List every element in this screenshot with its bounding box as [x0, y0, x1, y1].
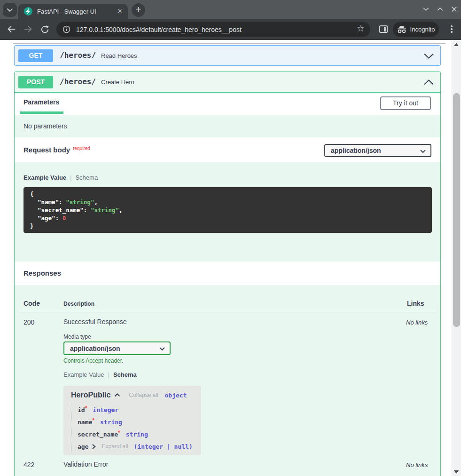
expand-chevron-down-icon[interactable]: [423, 53, 434, 59]
request-media-type-select[interactable]: application/json: [324, 144, 431, 157]
accept-media-type-select[interactable]: application/json: [63, 341, 171, 355]
required-star: *: [85, 405, 87, 412]
tab-schema[interactable]: Schema: [113, 371, 137, 378]
model-title-row: HeroPublic Collapse all object: [71, 391, 187, 399]
required-star: *: [92, 417, 94, 424]
collapse-chevron-up-icon[interactable]: [423, 79, 434, 86]
new-tab-button[interactable]: +: [132, 3, 145, 17]
select-chevron-down-icon: [420, 149, 426, 153]
response-example-schema-tabs: Example Value|Schema: [63, 371, 137, 378]
property-row-name: name* string: [78, 418, 122, 426]
post-method-badge: POST: [18, 76, 53, 88]
column-links: Links: [407, 300, 424, 307]
side-panel-fill: [384, 27, 386, 32]
property-row-id: id* integer: [78, 405, 118, 414]
tab-example-value[interactable]: Example Value: [23, 174, 66, 181]
request-body-title: Request bodyrequired: [23, 146, 90, 154]
column-code: Code: [23, 300, 40, 307]
expand-chevron-right-icon[interactable]: [92, 444, 96, 450]
example-schema-tabs: Example Value|Schema: [23, 174, 98, 181]
scroll-down-arrow-icon[interactable]: [454, 470, 459, 474]
scrollbar-thumb[interactable]: [453, 93, 460, 327]
request-body-row: Request bodyrequired application/json: [15, 137, 440, 162]
request-body-example-area: Example Value|Schema { "name": "string",…: [15, 162, 440, 262]
responses-header-row: Responses: [15, 262, 440, 285]
parameters-title: Parameters: [23, 98, 59, 106]
browser-toolbar: 127.0.0.1:5000/docs#/default/create_hero…: [0, 19, 461, 40]
bookmark-star-icon[interactable]: ☆: [357, 23, 365, 34]
swagger-page: GET /heroes/ Read Heroes POST /heroes/ C…: [0, 40, 452, 476]
tab-schema[interactable]: Schema: [75, 174, 98, 181]
tab-title: FastAPI - Swagger UI: [37, 8, 96, 15]
window-maximize-icon[interactable]: [436, 5, 444, 13]
accept-header-note: Controls Accept header.: [63, 357, 123, 364]
no-parameters-row: No parameters: [15, 115, 440, 137]
media-type-label: Media type: [63, 333, 91, 340]
expand-all-link[interactable]: Expand all: [102, 443, 128, 450]
request-media-type-value: application/json: [331, 147, 381, 154]
response-422-links: No links: [406, 461, 428, 468]
accept-media-type-value: application/json: [70, 345, 120, 352]
forward-icon[interactable]: [23, 25, 33, 33]
property-row-secret-name: secret_name* string: [78, 430, 148, 438]
incognito-badge: Incognito: [393, 22, 439, 37]
try-it-out-button[interactable]: Try it out: [380, 96, 431, 110]
parameters-header-row: Parameters Try it out: [15, 93, 440, 115]
address-bar[interactable]: 127.0.0.1:5000/docs#/default/create_hero…: [56, 22, 370, 37]
column-description: Description: [63, 301, 94, 307]
response-200-links: No links: [406, 319, 428, 326]
browser-tab[interactable]: FastAPI - Swagger UI ×: [18, 4, 128, 19]
window-minimize-icon[interactable]: [422, 5, 430, 13]
opblock-get-heroes[interactable]: GET /heroes/ Read Heroes: [14, 45, 441, 66]
tab-close-icon[interactable]: ×: [115, 7, 125, 16]
opblock-post-heroes: POST /heroes/ Create Hero Parameters Try…: [14, 71, 441, 476]
property-row-age: age Expand all (integer | null): [78, 442, 193, 451]
collapse-all-link[interactable]: Collapse all: [129, 392, 158, 398]
post-header[interactable]: POST /heroes/ Create Hero: [15, 71, 440, 93]
table-header-divider: [19, 312, 437, 312]
scroll-up-arrow-icon[interactable]: [454, 43, 459, 46]
response-422-description: Validation Error: [63, 460, 108, 468]
model-type: object: [165, 392, 187, 399]
post-summary: Create Hero: [101, 79, 134, 86]
response-422-code: 422: [23, 461, 34, 468]
fastapi-favicon-icon: [24, 7, 32, 16]
chevron-down-icon: [7, 8, 13, 12]
select-chevron-down-icon: [159, 347, 165, 351]
section-divider: [13, 43, 445, 44]
menu-dots-icon[interactable]: [448, 25, 455, 33]
model-collapse-chevron-up-icon[interactable]: [114, 393, 120, 397]
get-summary: Read Heroes: [101, 52, 137, 59]
reload-icon[interactable]: [40, 25, 49, 34]
responses-title: Responses: [23, 269, 61, 277]
tab-example-value[interactable]: Example Value: [63, 371, 104, 378]
url-text[interactable]: 127.0.0.1:5000/docs#/default/create_hero…: [76, 26, 242, 33]
page-scrollbar[interactable]: [452, 40, 461, 476]
required-star: *: [118, 429, 120, 436]
get-method-badge: GET: [18, 49, 53, 62]
no-parameters-text: No parameters: [23, 122, 67, 130]
model-name[interactable]: HeroPublic: [71, 391, 110, 399]
window-close-icon[interactable]: [450, 5, 458, 13]
incognito-icon: [397, 26, 406, 33]
site-info-icon[interactable]: [63, 25, 70, 33]
response-200-description: Successful Response: [63, 318, 127, 325]
model-nesting-guide: [71, 405, 71, 452]
window-controls: [422, 5, 458, 13]
response-200-code: 200: [23, 318, 34, 326]
active-tab-underline: [20, 111, 63, 114]
responses-table-area: Code Description Links 200 Successful Re…: [15, 285, 440, 476]
back-icon[interactable]: [7, 25, 16, 33]
tab-search-button[interactable]: [3, 3, 17, 17]
post-path: /heroes/: [60, 77, 96, 86]
get-path: /heroes/: [60, 51, 96, 60]
hero-public-model-box: HeroPublic Collapse all object id* integ…: [63, 386, 201, 455]
browser-tab-strip: FastAPI - Swagger UI × +: [0, 0, 461, 19]
example-json-code: { "name": "string", "secret_name": "stri…: [23, 187, 432, 233]
incognito-label: Incognito: [410, 26, 435, 33]
required-label: required: [73, 146, 90, 151]
side-panel-icon[interactable]: [379, 25, 388, 33]
